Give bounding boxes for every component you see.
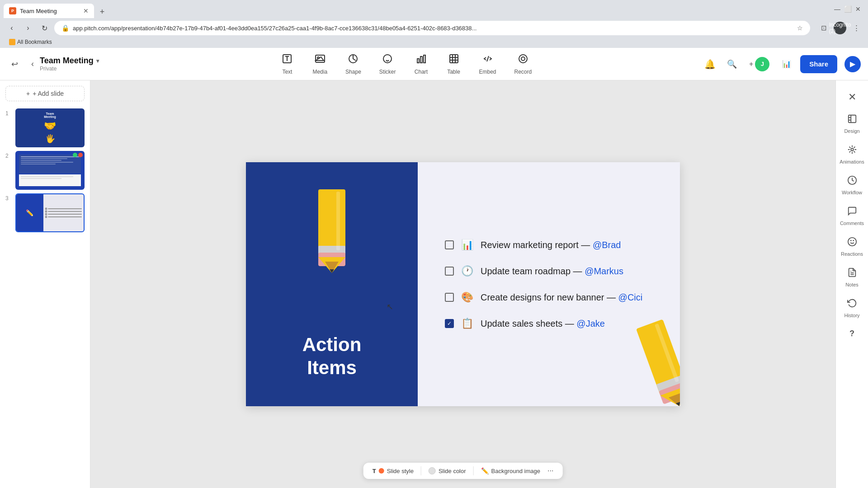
presentation-title-bar[interactable]: Team Meeting ▾: [40, 56, 99, 66]
window-maximize-button[interactable]: ⬜: [844, 5, 852, 13]
slide-thumbnail-2[interactable]: [15, 151, 85, 190]
tab-favicon: P: [9, 7, 16, 14]
play-presentation-button[interactable]: ▶: [844, 56, 861, 72]
sticker-tool[interactable]: Sticker: [372, 50, 403, 79]
slide-left-panel: Action Items: [246, 162, 418, 406]
slide-number-2: 2: [5, 153, 12, 159]
profile-button[interactable]: Incognito (2): [834, 22, 846, 34]
reactions-panel-button[interactable]: Reactions: [838, 233, 867, 260]
animations-panel-button[interactable]: Animations: [838, 141, 867, 168]
url-bar[interactable]: 🔒 app.pitch.com/app/presentation/4b74b27…: [54, 21, 810, 35]
embed-tool[interactable]: Embed: [472, 50, 504, 79]
text-tool[interactable]: Text: [273, 50, 302, 79]
back-button[interactable]: ‹: [5, 22, 18, 34]
comments-panel-button[interactable]: Comments: [838, 202, 867, 230]
plus-icon: +: [749, 60, 753, 68]
add-slide-button[interactable]: + + Add slide: [5, 86, 85, 101]
svg-point-10: [521, 57, 525, 61]
user-avatar[interactable]: J: [755, 57, 769, 71]
workflow-panel-button[interactable]: Workflow: [838, 172, 867, 199]
slide-item-1[interactable]: 1 TeamMeeting 🤝 🖐: [5, 108, 85, 147]
slide-item-3[interactable]: 3 ✏️: [5, 193, 85, 232]
bookmark-item[interactable]: All Bookmarks: [5, 38, 56, 46]
history-panel-button[interactable]: History: [838, 295, 867, 322]
analytics-button[interactable]: 📊: [778, 56, 795, 72]
new-tab-button[interactable]: +: [96, 5, 108, 18]
toolbar-center: Text Media Shape Sticker: [110, 50, 702, 79]
forward-button[interactable]: ›: [22, 22, 34, 34]
more-options-button[interactable]: ···: [547, 467, 553, 475]
design-panel-button[interactable]: Design: [838, 110, 867, 137]
emoji-2: 🕐: [461, 265, 473, 277]
action-text-1: Review marketing report — @Brad: [481, 240, 621, 250]
checkbox-4: ✓: [445, 319, 454, 328]
top-toolbar: ↩ ‹ Team Meeting ▾ Private Text Media: [0, 48, 868, 80]
emoji-1: 📊: [461, 239, 473, 251]
workflow-label: Workflow: [842, 190, 862, 195]
window-minimize-button[interactable]: —: [834, 5, 840, 13]
share-button[interactable]: Share: [800, 55, 837, 73]
collab-badge-red: [78, 153, 83, 157]
undo-button[interactable]: ↩: [7, 57, 22, 71]
browser-tab-active[interactable]: P Team Meeting ✕: [4, 4, 94, 18]
notes-panel-button[interactable]: Notes: [838, 264, 867, 291]
extensions-button[interactable]: ⊡: [817, 22, 830, 34]
add-collaborator-button[interactable]: + J: [745, 56, 773, 72]
emoji-3: 🎨: [461, 291, 473, 303]
url-icons: ☆: [797, 24, 803, 32]
svg-marker-16: [330, 269, 334, 273]
slide-style-label: Slide style: [387, 468, 414, 474]
design-label: Design: [844, 128, 859, 134]
record-tool[interactable]: Record: [507, 50, 539, 79]
presentation-info[interactable]: Team Meeting ▾ Private: [40, 56, 99, 72]
add-slide-label: + Add slide: [33, 90, 64, 97]
menu-button[interactable]: ⋮: [850, 22, 863, 34]
comments-icon: [847, 206, 857, 219]
pencil-partial: [599, 310, 680, 406]
action-item-3: 🎨 Create designs for new banner — @Cici: [445, 291, 653, 303]
close-right-panel-button[interactable]: ✕: [844, 88, 860, 107]
emoji-4: 📋: [461, 318, 473, 329]
checkbox-2: [445, 267, 454, 276]
app: ↩ ‹ Team Meeting ▾ Private Text Media: [0, 48, 868, 488]
slide-style-button[interactable]: T Slide style: [373, 468, 414, 474]
tab-close-button[interactable]: ✕: [83, 7, 89, 14]
shape-tool[interactable]: Shape: [338, 50, 368, 79]
toolbar-right: 🔔 🔍 + J 📊 Share ▶: [702, 55, 861, 73]
pencil-illustration: [296, 176, 368, 277]
slide-canvas: Action Items 📊 Review marketing report —…: [246, 162, 680, 406]
divider-2: [473, 466, 474, 475]
sticker-icon: [382, 53, 393, 67]
shape-label: Shape: [345, 69, 361, 75]
chart-tool[interactable]: Chart: [407, 50, 436, 79]
svg-rect-8: [450, 55, 458, 63]
action-item-1: 📊 Review marketing report — @Brad: [445, 239, 653, 251]
background-image-button[interactable]: ✏️ Background image: [481, 467, 540, 474]
media-label: Media: [312, 69, 327, 75]
presentation-subtitle: Private: [40, 66, 99, 72]
star-icon[interactable]: ☆: [797, 24, 803, 32]
slide-thumbnail-1[interactable]: TeamMeeting 🤝 🖐: [15, 108, 85, 147]
window-close-button[interactable]: ✕: [855, 5, 861, 13]
slide-item-2[interactable]: 2: [5, 151, 85, 190]
slide-color-button[interactable]: Slide color: [429, 467, 466, 474]
notes-label: Notes: [845, 282, 859, 287]
back-to-presentations-button[interactable]: ‹: [25, 57, 40, 71]
refresh-button[interactable]: ↻: [38, 22, 51, 34]
design-icon: [847, 114, 857, 127]
svg-point-4: [383, 55, 392, 63]
slide-style-t-icon: T: [373, 468, 376, 474]
notification-button[interactable]: 🔔: [702, 56, 718, 72]
bookmark-label: All Bookmarks: [17, 39, 52, 45]
media-tool[interactable]: Media: [305, 50, 335, 79]
shape-icon: [348, 53, 359, 67]
search-button[interactable]: 🔍: [724, 56, 740, 72]
collab-badges: [73, 153, 83, 157]
slide-thumbnail-3[interactable]: ✏️: [15, 193, 85, 232]
background-image-label: Background image: [491, 468, 540, 474]
tab-bar: P Team Meeting ✕ + — ⬜ ✕: [0, 0, 868, 18]
help-button[interactable]: ?: [838, 325, 867, 342]
canvas-area[interactable]: Action Items 📊 Review marketing report —…: [90, 80, 835, 488]
table-tool[interactable]: Table: [439, 50, 468, 79]
embed-icon: [482, 53, 493, 67]
